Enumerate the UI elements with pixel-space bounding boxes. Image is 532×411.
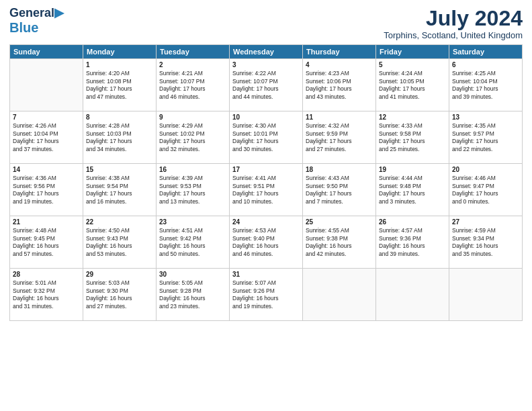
cell-text: Daylight: 17 hours [159,85,226,93]
cell-text: Sunrise: 4:36 AM [13,175,80,182]
day-number: 7 [13,113,80,121]
cell-text: and 25 minutes. [379,146,446,153]
col-monday: Monday [83,45,157,59]
cell-text: and 16 minutes. [86,198,153,205]
calendar-cell: 26Sunrise: 4:57 AMSunset: 9:36 PMDayligh… [376,216,449,269]
cell-text: Sunset: 10:04 PM [452,78,519,85]
calendar-cell: 23Sunrise: 4:51 AMSunset: 9:42 PMDayligh… [157,216,230,269]
calendar-cell: 8Sunrise: 4:28 AMSunset: 10:03 PMDayligh… [83,111,157,164]
day-number: 31 [232,271,300,278]
header-row: Sunday Monday Tuesday Wednesday Thursday… [10,45,523,59]
day-number: 17 [232,166,300,173]
logo: General▶ Blue [9,7,64,35]
day-number: 1 [86,61,153,68]
cell-text: and 39 minutes. [379,250,446,258]
cell-text: Sunrise: 4:48 AM [13,227,80,234]
cell-text: Sunset: 10:01 PM [232,130,300,138]
calendar-cell: 24Sunrise: 4:53 AMSunset: 9:40 PMDayligh… [230,216,303,269]
day-number: 21 [13,218,80,226]
cell-text: Daylight: 17 hours [306,138,373,145]
calendar-cell [449,269,523,321]
cell-text: Sunset: 9:59 PM [306,130,373,138]
calendar-cell: 21Sunrise: 4:48 AMSunset: 9:45 PMDayligh… [10,216,83,269]
cell-text: and 43 minutes. [306,93,373,101]
calendar-cell: 5Sunrise: 4:24 AMSunset: 10:05 PMDayligh… [376,59,449,111]
cell-text: Sunrise: 4:35 AM [452,122,519,130]
title-block: July 2024 Torphins, Scotland, United Kin… [384,7,523,40]
cell-text: Sunrise: 4:53 AM [232,227,300,234]
cell-text: Sunset: 10:03 PM [86,130,153,138]
cell-text: and 27 minutes. [306,146,373,153]
cell-text: Daylight: 16 hours [159,242,226,250]
cell-text: and 53 minutes. [86,250,153,258]
calendar-cell [10,59,83,111]
cell-text: Sunrise: 4:55 AM [306,227,373,234]
calendar-cell: 12Sunrise: 4:33 AMSunset: 9:58 PMDayligh… [376,111,449,164]
cell-text: and 42 minutes. [306,250,373,258]
calendar-header: General▶ Blue July 2024 Torphins, Scotla… [9,7,523,40]
cell-text: Sunrise: 4:46 AM [452,175,519,182]
calendar-cell: 6Sunrise: 4:25 AMSunset: 10:04 PMDayligh… [449,59,523,111]
day-number: 23 [159,218,226,226]
cell-text: Sunset: 9:57 PM [452,130,519,138]
cell-text: Daylight: 17 hours [379,85,446,93]
cell-text: Sunrise: 4:41 AM [232,175,300,182]
day-number: 8 [86,113,153,121]
logo-blue-text: Blue [9,20,38,35]
cell-text: and 7 minutes. [306,198,373,205]
cell-text: Sunset: 10:08 PM [86,78,153,85]
cell-text: and 0 minutes. [452,198,519,205]
cell-text: Sunrise: 4:20 AM [86,70,153,77]
cell-text: Sunset: 10:06 PM [306,78,373,85]
day-number: 12 [379,113,446,121]
cell-text: and 47 minutes. [86,93,153,101]
col-saturday: Saturday [449,45,523,59]
cell-text: Daylight: 17 hours [379,138,446,145]
cell-text: Sunset: 10:07 PM [232,78,300,85]
day-number: 11 [306,113,373,121]
cell-text: and 46 minutes. [232,250,300,258]
cell-text: Daylight: 17 hours [86,190,153,197]
cell-text: Sunset: 9:28 PM [159,287,226,295]
day-number: 6 [452,61,519,68]
cell-text: Daylight: 16 hours [232,242,300,250]
cell-text: Sunset: 10:02 PM [159,130,226,138]
day-number: 3 [232,61,300,68]
calendar-cell: 31Sunrise: 5:07 AMSunset: 9:26 PMDayligh… [230,269,303,321]
cell-text: Daylight: 17 hours [232,138,300,145]
day-number: 15 [86,166,153,173]
cell-text: Daylight: 16 hours [306,242,373,250]
month-title: July 2024 [384,7,523,30]
cell-text: Sunset: 9:32 PM [13,287,80,295]
cell-text: Daylight: 17 hours [452,138,519,145]
day-number: 4 [306,61,373,68]
cell-text: Sunrise: 5:01 AM [13,279,80,287]
cell-text: and 31 minutes. [13,303,80,310]
cell-text: Sunrise: 4:30 AM [232,122,300,130]
day-number: 26 [379,218,446,226]
week-row-5: 28Sunrise: 5:01 AMSunset: 9:32 PMDayligh… [10,269,523,321]
cell-text: Sunset: 10:04 PM [13,130,80,138]
cell-text: Sunrise: 4:21 AM [159,70,226,77]
cell-text: Daylight: 17 hours [452,85,519,93]
cell-text: Sunset: 9:30 PM [86,287,153,295]
cell-text: Daylight: 16 hours [379,242,446,250]
cell-text: and 34 minutes. [86,146,153,153]
calendar-cell: 14Sunrise: 4:36 AMSunset: 9:56 PMDayligh… [10,164,83,216]
day-number: 10 [232,113,300,121]
week-row-1: 1Sunrise: 4:20 AMSunset: 10:08 PMDayligh… [10,59,523,111]
cell-text: Sunrise: 4:29 AM [159,122,226,130]
cell-text: Sunset: 9:51 PM [232,183,300,190]
calendar-cell: 1Sunrise: 4:20 AMSunset: 10:08 PMDayligh… [83,59,157,111]
cell-text: and 19 minutes. [232,303,300,310]
cell-text: Sunset: 9:50 PM [306,183,373,190]
cell-text: Sunrise: 5:07 AM [232,279,300,287]
logo-blue: ▶ [54,6,64,19]
cell-text: and 3 minutes. [379,198,446,205]
cell-text: Daylight: 17 hours [13,190,80,197]
calendar-table: Sunday Monday Tuesday Wednesday Thursday… [9,44,523,321]
calendar-cell: 9Sunrise: 4:29 AMSunset: 10:02 PMDayligh… [157,111,230,164]
cell-text: Sunrise: 4:26 AM [13,122,80,130]
cell-text: and 37 minutes. [13,146,80,153]
day-number: 5 [379,61,446,68]
